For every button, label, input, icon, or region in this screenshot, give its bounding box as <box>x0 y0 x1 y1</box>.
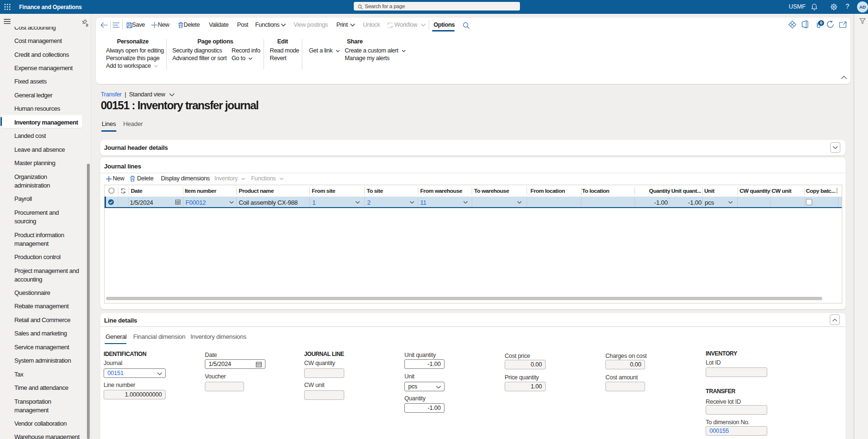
svg-text:0: 0 <box>820 21 822 25</box>
